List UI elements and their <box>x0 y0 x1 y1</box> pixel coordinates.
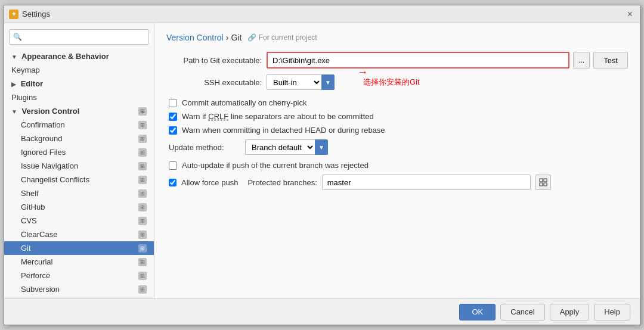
subversion-badge: ⊞ <box>138 285 147 294</box>
test-button[interactable]: Test <box>593 52 628 69</box>
checkbox-autoupdate[interactable] <box>169 161 177 170</box>
path-input-container: ... Test <box>267 52 628 69</box>
close-button[interactable]: × <box>625 9 635 20</box>
checkbox-detached-label: Warn when committing in detached HEAD or… <box>182 126 385 135</box>
checkbox-detached-row: Warn when committing in detached HEAD or… <box>166 126 628 135</box>
protected-branches-button[interactable] <box>535 175 551 190</box>
update-dropdown-button[interactable]: ▼ <box>315 139 328 155</box>
search-input[interactable] <box>9 29 149 45</box>
sidebar-item-subversion[interactable]: Subversion ⊞ <box>4 282 154 296</box>
cvs-badge: ⊞ <box>138 217 147 225</box>
protected-branches-input[interactable] <box>322 175 531 190</box>
checkbox-cherry-pick-row: Commit automatically on cherry-pick <box>166 98 628 107</box>
search-container: 🔍 <box>9 29 149 45</box>
ssh-select-container: Built-in OpenSSH ▼ <box>267 74 335 90</box>
ssh-select[interactable]: Built-in OpenSSH <box>267 74 321 90</box>
checkbox-autoupdate-row: Auto-update if push of the current branc… <box>166 161 628 170</box>
help-button[interactable]: Help <box>594 304 630 320</box>
svg-rect-3 <box>544 183 547 186</box>
settings-window: ✦ Settings × 🔍 ▼ Appearance & Behavior K… <box>4 5 640 325</box>
titlebar: ✦ Settings × <box>4 5 640 23</box>
protected-branches-label: Protected branches: <box>247 178 317 187</box>
mercurial-badge: ⊞ <box>138 258 147 266</box>
update-select-container: Branch default Merge Rebase ▼ <box>245 139 328 155</box>
sidebar-item-mercurial[interactable]: Mercurial ⊞ <box>4 255 154 269</box>
ssh-label: SSH executable: <box>166 78 262 87</box>
sidebar-item-background[interactable]: Background ⊞ <box>4 132 154 145</box>
sidebar-item-changelist-conflicts[interactable]: Changelist Conflicts ⊞ <box>4 173 154 186</box>
sidebar-item-editor[interactable]: ▶ Editor <box>4 77 154 91</box>
ssh-dropdown-button[interactable]: ▼ <box>321 74 335 90</box>
breadcrumb-current: Git <box>231 33 242 42</box>
update-method-label: Update method: <box>169 143 240 152</box>
sidebar-item-appearance[interactable]: ▼ Appearance & Behavior <box>4 49 154 63</box>
checkbox-crlf-label: Warn if CRLF line separators are about t… <box>182 112 374 121</box>
breadcrumb-parent[interactable]: Version Control <box>166 33 224 42</box>
sidebar-item-clearcase[interactable]: ClearCase ⊞ <box>4 228 154 241</box>
sidebar-item-git[interactable]: Git ⊞ <box>4 241 154 255</box>
update-method-select[interactable]: Branch default Merge Rebase <box>245 139 315 155</box>
checkbox-detached[interactable] <box>169 126 177 135</box>
version-control-badge: ⊞ <box>138 107 147 116</box>
allow-force-label: Allow force push <box>181 178 238 187</box>
github-badge: ⊞ <box>138 203 147 211</box>
checkbox-autoupdate-label: Auto-update if push of the current branc… <box>182 161 369 170</box>
app-icon: ✦ <box>9 10 18 19</box>
arrow-icon: ▼ <box>11 54 17 60</box>
arrow-icon: ▶ <box>11 81 16 88</box>
path-row: Path to Git executable: ... Test <box>166 52 628 69</box>
checkbox-force-push[interactable] <box>169 179 177 186</box>
footer: OK Cancel Apply Help <box>4 298 640 325</box>
breadcrumb-separator: › <box>226 33 229 42</box>
shelf-badge: ⊞ <box>138 189 147 198</box>
search-icon: 🔍 <box>13 33 22 41</box>
dots-button[interactable]: ... <box>573 52 590 69</box>
main-content: 🔍 ▼ Appearance & Behavior Keymap ▶ Edito… <box>4 23 640 298</box>
path-input[interactable] <box>267 52 569 69</box>
checkbox-crlf[interactable] <box>169 113 177 121</box>
titlebar-left: ✦ Settings <box>9 10 50 19</box>
window-title: Settings <box>22 10 50 18</box>
checkbox-cherry-pick[interactable] <box>169 99 177 107</box>
arrow-icon: ▼ <box>11 108 17 115</box>
issue-navigation-badge: ⊞ <box>138 162 147 170</box>
hint-container: → 选择你安装的Git <box>363 77 420 88</box>
sidebar-item-issue-navigation[interactable]: Issue Navigation ⊞ <box>4 159 154 173</box>
sidebar-item-ignored-files[interactable]: Ignored Files ⊞ <box>4 145 154 159</box>
sidebar-item-github[interactable]: GitHub ⊞ <box>4 200 154 214</box>
breadcrumb-project: 🔗 For current project <box>247 33 317 42</box>
cancel-button[interactable]: Cancel <box>500 304 544 320</box>
sidebar-item-cvs[interactable]: CVS ⊞ <box>4 214 154 228</box>
svg-rect-1 <box>544 179 547 182</box>
arrow-icon: → <box>357 66 368 79</box>
breadcrumb: Version Control › Git 🔗 For current proj… <box>166 33 628 42</box>
sidebar: 🔍 ▼ Appearance & Behavior Keymap ▶ Edito… <box>4 23 154 298</box>
changelist-conflicts-badge: ⊞ <box>138 176 147 184</box>
ssh-row: SSH executable: Built-in OpenSSH ▼ → 选择你… <box>166 74 628 90</box>
content-area: Version Control › Git 🔗 For current proj… <box>154 23 640 298</box>
background-badge: ⊞ <box>138 135 147 143</box>
sidebar-item-perforce[interactable]: Perforce ⊞ <box>4 269 154 282</box>
checkbox-cherry-pick-label: Commit automatically on cherry-pick <box>182 98 307 107</box>
table-icon <box>539 178 547 186</box>
sidebar-item-keymap[interactable]: Keymap <box>4 63 154 77</box>
force-push-row: Allow force push Protected branches: <box>166 175 628 190</box>
sidebar-item-shelf[interactable]: Shelf ⊞ <box>4 186 154 200</box>
svg-rect-0 <box>540 179 543 182</box>
perforce-badge: ⊞ <box>138 272 147 280</box>
sidebar-item-confirmation[interactable]: Confirmation ⊞ <box>4 118 154 132</box>
update-method-row: Update method: Branch default Merge Reba… <box>166 139 628 155</box>
path-label: Path to Git executable: <box>166 56 262 65</box>
svg-rect-2 <box>540 183 543 186</box>
apply-button[interactable]: Apply <box>550 304 590 320</box>
ok-button[interactable]: OK <box>459 304 496 320</box>
clearcase-badge: ⊞ <box>138 231 147 239</box>
sidebar-item-version-control[interactable]: ▼ Version Control ⊞ <box>4 104 154 118</box>
ignored-files-badge: ⊞ <box>138 148 147 157</box>
confirmation-badge: ⊞ <box>138 121 147 129</box>
content-inner: Version Control › Git 🔗 For current proj… <box>166 33 628 190</box>
checkbox-crlf-row: Warn if CRLF line separators are about t… <box>166 112 628 121</box>
sidebar-item-plugins[interactable]: Plugins <box>4 91 154 104</box>
chinese-hint: 选择你安装的Git <box>363 77 420 86</box>
git-badge: ⊞ <box>138 244 147 253</box>
